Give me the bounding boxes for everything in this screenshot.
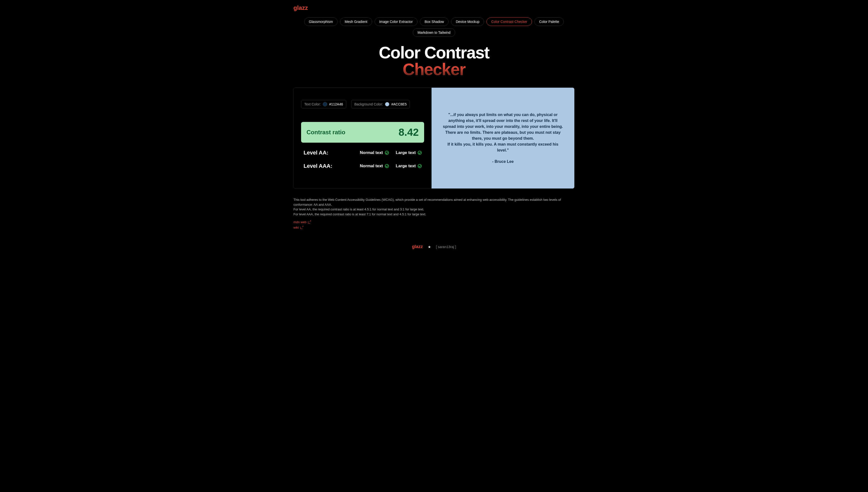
main-nav: Glassmorphism Mesh Gradient Image Color … [294, 18, 574, 37]
wiki-link-label: wiki [294, 226, 299, 229]
footer-logo[interactable]: glazz [412, 244, 423, 249]
text-color-input[interactable]: Text Color: #112A46 [301, 100, 346, 108]
check-pass-icon [418, 151, 422, 155]
nav-color-contrast-checker[interactable]: Color Contrast Checker [487, 18, 532, 26]
nav-mesh-gradient[interactable]: Mesh Gradient [340, 18, 372, 26]
text-color-label: Text Color: [304, 102, 321, 106]
preview-line2: There are no limits. There are plateaus,… [441, 130, 564, 141]
footer: glazz ★ [ saran13raj ] [294, 244, 574, 252]
bg-color-value[interactable]: #ACC8E5 [391, 102, 407, 106]
contrast-ratio-value: 8.42 [398, 126, 419, 138]
controls-panel: Text Color: #112A46 Background Color: #A… [294, 88, 431, 189]
aa-normal-text: Normal text [360, 150, 383, 155]
bg-color-label: Background Color: [354, 102, 383, 106]
nav-markdown-tailwind[interactable]: Markdown to Tailwind [413, 28, 455, 37]
page-title: Color Contrast Checker [294, 44, 574, 78]
check-pass-icon [418, 164, 422, 168]
resource-links: mdn web wiki [294, 220, 574, 229]
check-pass-icon [385, 164, 389, 168]
aa-normal-check: Normal text [360, 150, 389, 155]
aa-large-text: Large text [396, 150, 416, 155]
nav-box-shadow[interactable]: Box Shadow [420, 18, 449, 26]
info-p2: For level AA, the required contrast rati… [294, 207, 574, 212]
check-pass-icon [385, 151, 389, 155]
level-aaa-checks: Normal text Large text [360, 164, 422, 169]
preview-quote: "...if you always put limits on what you… [441, 112, 564, 165]
title-line2: Checker [294, 61, 574, 78]
preview-author: - Bruce Lee [441, 159, 564, 165]
preview-panel: "...if you always put limits on what you… [431, 88, 574, 189]
aa-large-check: Large text [396, 150, 422, 155]
contrast-ratio-box: Contrast ratio 8.42 [301, 122, 424, 143]
text-color-swatch[interactable] [323, 102, 327, 106]
bg-color-swatch[interactable] [385, 102, 390, 106]
preview-line1: "...if you always put limits on what you… [441, 112, 564, 130]
nav-image-color-extractor[interactable]: Image Color Extractor [375, 18, 418, 26]
level-aaa-label: Level AAA: [304, 163, 332, 169]
info-section: This tool adheres to the Web Content Acc… [294, 197, 574, 217]
nav-device-mockup[interactable]: Device Mockup [451, 18, 484, 26]
mdn-link-label: mdn web [294, 220, 306, 224]
preview-line3: If it kills you, it kills you. A man mus… [441, 141, 564, 153]
info-p1: This tool adheres to the Web Content Acc… [294, 197, 574, 207]
wiki-link[interactable]: wiki [294, 226, 574, 229]
external-link-icon [308, 221, 311, 223]
aaa-normal-text: Normal text [360, 164, 383, 169]
footer-credit[interactable]: [ saran13raj ] [436, 245, 456, 249]
aaa-large-text: Large text [396, 164, 416, 169]
nav-glassmorphism[interactable]: Glassmorphism [304, 18, 337, 26]
text-color-value[interactable]: #112A46 [329, 102, 343, 106]
level-aa-checks: Normal text Large text [360, 150, 422, 155]
bg-color-input[interactable]: Background Color: #ACC8E5 [351, 100, 410, 108]
aaa-large-check: Large text [396, 164, 422, 169]
contrast-ratio-label: Contrast ratio [306, 129, 345, 136]
title-line1: Color Contrast [294, 44, 574, 61]
color-inputs-row: Text Color: #112A46 Background Color: #A… [301, 100, 424, 108]
logo[interactable]: glazz [294, 4, 574, 11]
mdn-link[interactable]: mdn web [294, 220, 574, 224]
nav-color-palette[interactable]: Color Palette [534, 18, 564, 26]
level-aa-label: Level AA: [304, 150, 328, 156]
level-aa-row: Level AA: Normal text Large text [301, 150, 424, 156]
info-p3: For level AAA, the required contrast rat… [294, 212, 574, 217]
level-aaa-row: Level AAA: Normal text Large text [301, 163, 424, 169]
star-icon[interactable]: ★ [428, 245, 431, 249]
main-panel: Text Color: #112A46 Background Color: #A… [294, 88, 574, 189]
aaa-normal-check: Normal text [360, 164, 389, 169]
external-link-icon [300, 226, 303, 229]
